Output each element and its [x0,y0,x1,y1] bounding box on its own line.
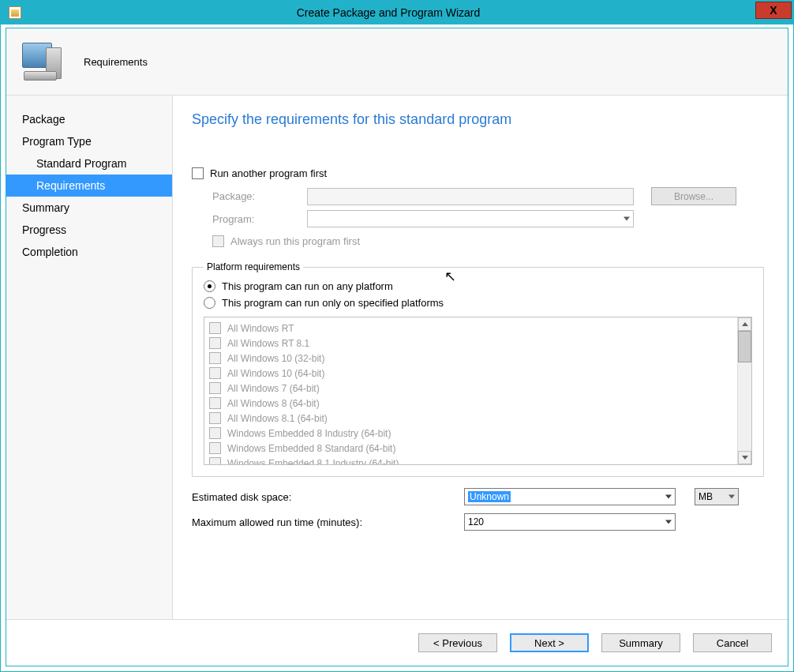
list-item: Windows Embedded 8 Industry (64-bit) [209,426,732,441]
scroll-up-button[interactable] [738,317,751,331]
window-title: Create Package and Program Wizard [21,6,755,19]
always-run-checkbox [212,235,224,247]
radio-specified-label: This program can run only on specified p… [222,297,444,309]
disk-space-value: Unknown [468,491,511,502]
close-button[interactable]: X [755,2,792,19]
radio-any-label: This program can run on any platform [222,280,393,292]
computer-icon [22,43,65,81]
radio-specified-platforms[interactable] [204,297,215,309]
page-title: Specify the requirements for this standa… [192,111,764,128]
platform-checkbox [209,442,221,454]
app-icon [9,6,21,19]
wizard-sidebar: Package Program Type Standard Program Re… [6,96,173,619]
run-another-subform: Package: Browse... Program: Always run t… [212,187,764,247]
chevron-down-icon [665,495,672,499]
disk-space-combo[interactable]: Unknown [464,488,676,505]
sidebar-item-summary[interactable]: Summary [6,197,172,219]
program-combo [307,210,634,227]
sidebar-item-progress[interactable]: Progress [6,219,172,241]
next-button[interactable]: Next > [510,633,589,652]
sidebar-item-requirements[interactable]: Requirements [6,175,172,197]
list-item: All Windows 10 (64-bit) [209,366,732,381]
run-another-row: Run another program first [192,167,764,179]
cancel-button[interactable]: Cancel [693,633,772,652]
platform-checkbox [209,322,221,334]
sidebar-item-standard-program[interactable]: Standard Program [6,152,172,175]
program-label: Program: [212,213,307,225]
list-item: Windows Embedded 8 Standard (64-bit) [209,441,732,456]
list-item: All Windows 10 (32-bit) [209,351,732,366]
run-another-label: Run another program first [210,167,327,179]
disk-unit-combo[interactable]: MB [695,488,739,505]
platform-checkbox [209,427,221,439]
package-input [307,188,634,205]
run-another-checkbox[interactable] [192,167,204,179]
wizard-header: Requirements [6,28,788,96]
platform-checkbox [209,337,221,349]
runtime-value: 120 [468,516,484,527]
platform-checkbox [209,397,221,409]
wizard-window: Create Package and Program Wizard X Requ… [0,0,794,672]
list-item: All Windows RT 8.1 [209,336,732,351]
sidebar-item-completion[interactable]: Completion [6,241,172,263]
list-item: Windows Embedded 8.1 Industry (64-bit) [209,456,732,464]
platform-list-body: All Windows RT All Windows RT 8.1 All Wi… [204,317,737,464]
runtime-label: Maximum allowed run time (minutes): [192,516,464,528]
disk-unit-value: MB [698,491,713,502]
package-label: Package: [212,190,307,202]
list-item: All Windows 8 (64-bit) [209,396,732,411]
disk-space-row: Estimated disk space: Unknown MB [192,488,764,505]
platform-scrollbar[interactable] [737,317,751,464]
platform-checkbox [209,367,221,379]
platform-legend: Platform requirements [204,261,303,272]
close-icon: X [770,4,777,17]
list-item: All Windows 8.1 (64-bit) [209,411,732,426]
radio-any-platform[interactable] [204,280,215,292]
wizard-inner: Requirements Package Program Type Standa… [6,28,788,666]
title-bar[interactable]: Create Package and Program Wizard X [1,1,793,24]
browse-button: Browse... [651,187,736,205]
chevron-up-icon [742,322,748,326]
platform-checkbox [209,352,221,364]
chevron-down-icon [728,495,735,499]
scroll-thumb[interactable] [738,331,751,362]
wizard-body: Package Program Type Standard Program Re… [6,96,788,619]
list-item: All Windows RT [209,321,732,336]
disk-space-label: Estimated disk space: [192,491,464,503]
scroll-track[interactable] [738,331,751,451]
platform-list: All Windows RT All Windows RT 8.1 All Wi… [204,317,752,465]
scroll-down-button[interactable] [738,451,751,464]
platform-fieldset: Platform requirements This program can r… [192,261,764,477]
sidebar-item-program-type[interactable]: Program Type [6,130,172,152]
runtime-combo[interactable]: 120 [464,513,676,531]
wizard-footer: < Previous Next > Summary Cancel [6,619,788,666]
header-title: Requirements [84,56,148,68]
summary-button[interactable]: Summary [601,633,680,652]
platform-checkbox [209,382,221,394]
chevron-down-icon [624,217,630,221]
previous-button[interactable]: < Previous [418,633,497,652]
chevron-down-icon [742,456,748,460]
sidebar-item-package[interactable]: Package [6,108,172,130]
list-item: All Windows 7 (64-bit) [209,381,732,396]
platform-checkbox [209,457,221,464]
runtime-row: Maximum allowed run time (minutes): 120 [192,513,764,531]
always-run-label: Always run this program first [230,235,360,247]
wizard-content: Specify the requirements for this standa… [173,96,788,619]
platform-checkbox [209,412,221,424]
chevron-down-icon [665,520,672,524]
